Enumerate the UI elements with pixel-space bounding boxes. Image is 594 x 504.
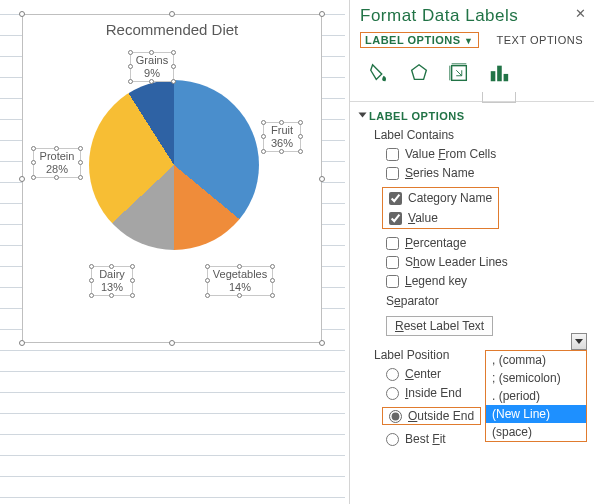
separator-option-space[interactable]: (space) <box>486 423 586 441</box>
chk-legend-key[interactable]: Legend key <box>386 274 594 288</box>
close-icon[interactable]: ✕ <box>575 6 586 21</box>
annotation-label-options: LABEL OPTIONS ▼ <box>360 32 479 48</box>
section-label-options[interactable]: LABEL OPTIONS <box>360 110 594 122</box>
separator-dropdown[interactable]: , (comma) ; (semicolon) . (period) (New … <box>485 350 587 442</box>
chart-object[interactable]: Recommended Diet Grains9% Fruit36% Veget… <box>22 14 322 343</box>
data-label-protein[interactable]: Protein28% <box>33 148 81 178</box>
chk-value-from-cells[interactable]: Value From Cells <box>386 147 594 161</box>
plot-area[interactable]: Grains9% Fruit36% Vegetables14% Dairy13% <box>23 38 321 328</box>
worksheet-area: Recommended Diet Grains9% Fruit36% Veget… <box>0 0 345 504</box>
separator-label: Separator <box>386 294 439 308</box>
reset-label-text-button[interactable]: Reset Label Text <box>386 316 493 336</box>
pane-title: Format Data Labels <box>360 6 594 26</box>
data-label-dairy[interactable]: Dairy13% <box>91 266 133 296</box>
size-properties-icon[interactable] <box>448 62 470 87</box>
pie-chart[interactable] <box>89 80 259 250</box>
fill-line-icon[interactable] <box>368 62 390 87</box>
chevron-down-icon[interactable]: ▼ <box>464 36 473 46</box>
tab-label-options[interactable]: LABEL OPTIONS ▼ <box>365 34 474 46</box>
separator-dropdown-button[interactable] <box>571 333 587 350</box>
svg-marker-2 <box>412 65 427 80</box>
tab-text-options[interactable]: TEXT OPTIONS <box>497 34 583 46</box>
effects-icon[interactable] <box>408 62 430 87</box>
annotation-category-value: Category Name Value <box>382 187 499 229</box>
label-options-icon[interactable] <box>488 62 510 87</box>
chk-percentage[interactable]: Percentage <box>386 236 594 250</box>
chk-show-leader-lines[interactable]: Show Leader Lines <box>386 255 594 269</box>
separator-option-period[interactable]: . (period) <box>486 387 586 405</box>
separator-option-newline[interactable]: (New Line) <box>486 405 586 423</box>
svg-rect-7 <box>497 66 502 82</box>
svg-rect-6 <box>491 71 496 81</box>
svg-rect-8 <box>504 74 509 81</box>
chk-series-name[interactable]: Series Name <box>386 166 594 180</box>
separator-option-semicolon[interactable]: ; (semicolon) <box>486 369 586 387</box>
chk-value[interactable]: Value <box>389 211 492 225</box>
chart-title[interactable]: Recommended Diet <box>23 21 321 38</box>
data-label-vegetables[interactable]: Vegetables14% <box>207 266 273 296</box>
separator-option-comma[interactable]: , (comma) <box>486 351 586 369</box>
rad-outside-end[interactable]: Outside End <box>389 409 474 423</box>
annotation-outside-end: Outside End <box>382 407 481 425</box>
label-contains-heading: Label Contains <box>374 128 594 142</box>
chk-category-name[interactable]: Category Name <box>389 191 492 205</box>
data-label-fruit[interactable]: Fruit36% <box>263 122 301 152</box>
data-label-grains[interactable]: Grains9% <box>130 52 174 82</box>
